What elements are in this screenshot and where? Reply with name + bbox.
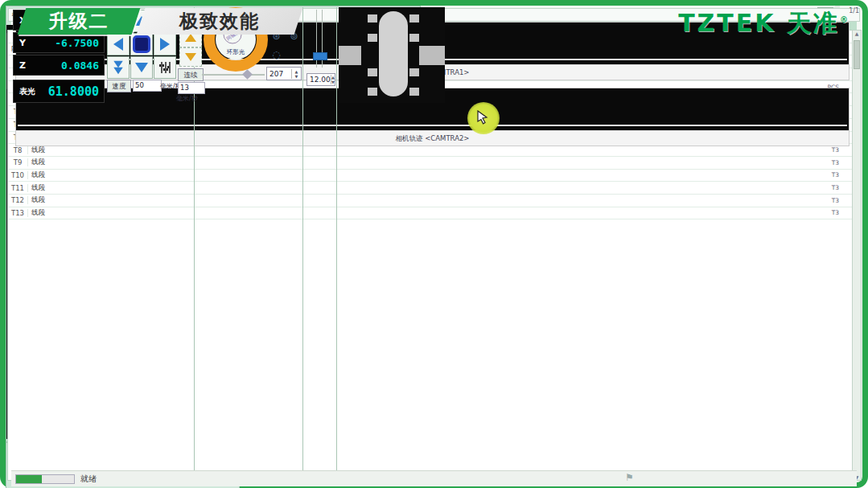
jog-right-button[interactable] xyxy=(154,33,176,55)
step-unit: 毫米/秒 xyxy=(176,94,198,103)
promo-badge-secondary: 极致效能 xyxy=(137,8,303,35)
template-preview xyxy=(339,7,445,103)
window-frame: 倍率: 2 ▾ xyxy=(0,0,868,488)
brightness-spinner[interactable]: 207 ▲▼ xyxy=(266,67,302,80)
speed-input[interactable]: 50 xyxy=(133,80,162,92)
up-icon xyxy=(185,34,196,42)
stop-icon xyxy=(133,35,150,53)
list-item[interactable]: T9线段T3 xyxy=(8,157,852,170)
right-icon xyxy=(160,38,170,51)
flag-icon: ⚑ xyxy=(625,472,634,483)
jog-down-button[interactable] xyxy=(130,56,153,79)
surface-light-readout: 表光61.8000 xyxy=(13,80,105,103)
step-input[interactable]: 13 xyxy=(178,82,205,94)
spinner-arrows[interactable]: ▲▼ xyxy=(331,75,335,84)
status-text: 就绪 xyxy=(80,474,97,485)
list-item[interactable]: T11线段T3 xyxy=(8,182,852,195)
page-indicator: 1/1 xyxy=(849,7,859,14)
y-readout: Y-6.7500 xyxy=(13,32,105,53)
list-item[interactable]: T13线段T3 xyxy=(8,207,852,220)
down-icon xyxy=(135,63,148,72)
brightness-slider[interactable] xyxy=(202,74,265,76)
list-scrollbar[interactable]: ▲ ▼ xyxy=(852,30,862,481)
app-window: 倍率: 2 ▾ xyxy=(0,0,868,488)
status-bar: 就绪 ⚑ xyxy=(11,470,857,486)
axis-config-button[interactable] xyxy=(154,56,176,79)
spinner-arrows[interactable]: ▲▼ xyxy=(291,69,301,79)
left-icon xyxy=(113,38,123,51)
mouse-cursor xyxy=(467,102,500,134)
jog-left-button[interactable] xyxy=(107,33,130,55)
jog-stop-button[interactable] xyxy=(130,33,153,55)
down-icon xyxy=(185,53,196,61)
sliders-icon xyxy=(159,62,171,73)
list-item[interactable]: T12线段T3 xyxy=(8,195,852,207)
promo-badge-primary: 升级二 xyxy=(18,8,141,35)
exposure-spinner[interactable]: 12.00 ▲▼ xyxy=(306,73,335,86)
z-readout: Z0.0846 xyxy=(13,55,105,76)
camtra2-label: 相机轨迹 <CAMTRA2> xyxy=(16,130,849,146)
brand-logo: TZTEK 天准® xyxy=(678,7,848,40)
list-item[interactable]: T10线段T3 xyxy=(8,170,852,182)
speed-button[interactable]: 速度 xyxy=(107,80,131,92)
back-light-icon[interactable]: ◌ xyxy=(269,47,284,62)
ring-light-label: 环形光 xyxy=(227,48,245,55)
exposure-slider[interactable] xyxy=(313,52,327,60)
jog-down-fast-button[interactable] xyxy=(107,56,130,79)
progress-bar xyxy=(15,474,75,484)
